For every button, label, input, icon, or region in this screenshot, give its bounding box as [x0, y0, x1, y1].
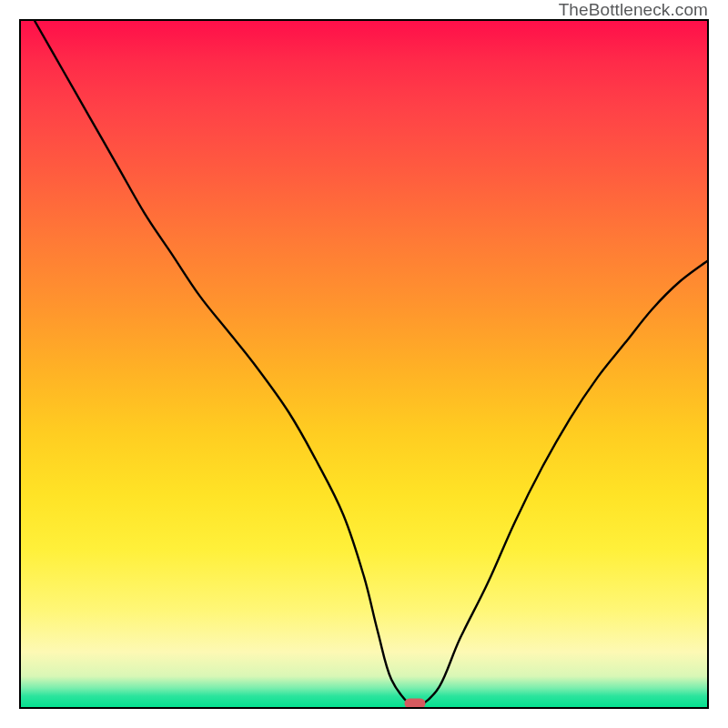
- watermark-text: TheBottleneck.com: [559, 0, 708, 19]
- bottleneck-curve: [35, 21, 707, 707]
- plot-area: [19, 19, 709, 709]
- chart-container: TheBottleneck.com: [0, 0, 728, 728]
- curve-layer: [21, 21, 707, 707]
- minimum-marker: [404, 699, 425, 709]
